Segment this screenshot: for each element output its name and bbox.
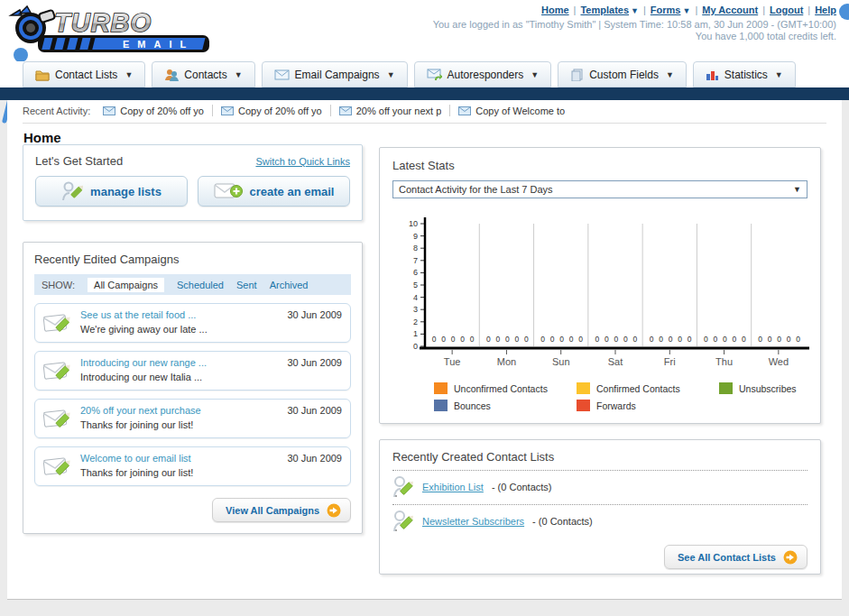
legend-swatch (434, 400, 448, 411)
turbo-email-logo[interactable]: TURBO EMAIL (7, 3, 217, 59)
svg-text:8: 8 (413, 244, 418, 253)
chevron-down-icon: ▼ (793, 185, 801, 194)
svg-text:0: 0 (742, 335, 746, 344)
person-pencil-icon (392, 474, 414, 499)
svg-text:0: 0 (441, 335, 446, 344)
folder-icon (35, 69, 50, 81)
arrow-circle-icon (783, 550, 798, 565)
svg-text:0: 0 (688, 335, 692, 344)
tab-contact-lists[interactable]: Contact Lists▼ (23, 61, 145, 87)
recent-campaigns-panel: Recently Edited Campaigns SHOW: All Camp… (23, 242, 363, 534)
legend-item: Forwards (577, 400, 719, 411)
tab-email-campaigns[interactable]: Email Campaigns▼ (262, 61, 408, 87)
legend-item: Unsubscribes (719, 382, 807, 394)
svg-text:0: 0 (569, 335, 574, 344)
content-area: Recent Activity: Copy of 20% off yo Copy… (7, 100, 842, 600)
svg-text:0: 0 (733, 335, 737, 344)
svg-text:0: 0 (505, 335, 510, 344)
svg-text:0: 0 (678, 335, 682, 344)
view-all-campaigns-button[interactable]: View All Campaigns (212, 498, 351, 522)
campaign-date: 30 Jun 2009 (287, 357, 342, 368)
campaigns-title: Recently Edited Campaigns (34, 253, 351, 266)
nav-home-link[interactable]: Home (541, 5, 569, 15)
show-label: SHOW: (42, 280, 75, 290)
campaign-title-link[interactable]: Welcome to our email list (80, 453, 279, 464)
see-all-contact-lists-button[interactable]: See All Contact Lists (664, 545, 807, 569)
header: TURBO EMAIL Home|Templates▼|Forms▼|My Ac… (0, 0, 849, 61)
tab-autoresponders[interactable]: Autoresponders▼ (414, 61, 552, 87)
svg-text:0: 0 (623, 335, 628, 344)
chevron-down-icon: ▼ (631, 6, 639, 15)
contact-list-link[interactable]: Exhibition List (422, 482, 484, 492)
campaign-title-link[interactable]: Introducing our new range ... (80, 357, 279, 368)
contact-list-link[interactable]: Newsletter Subscribers (422, 516, 524, 527)
pages-icon (570, 69, 584, 81)
recent-activity-label: Recent Activity: (23, 106, 90, 116)
create-email-button[interactable]: create an email (198, 176, 350, 207)
manage-lists-button[interactable]: manage lists (35, 176, 188, 207)
navy-divider-bar (0, 87, 849, 100)
contact-list-row: Exhibition List - (0 Contacts) (392, 471, 807, 502)
svg-text:Tue: Tue (444, 356, 461, 367)
recent-activity-bar: Recent Activity: Copy of 20% off yo Copy… (7, 100, 842, 118)
help-bubble-icon[interactable] (839, 4, 849, 20)
filter-sent[interactable]: Sent (236, 280, 257, 290)
svg-text:0: 0 (432, 335, 437, 344)
filter-scheduled[interactable]: Scheduled (177, 280, 224, 290)
contact-activity-chart: 01234567891000000Tue00000Mon00000Sun0000… (392, 213, 807, 379)
campaign-row: Welcome to our email list Thanks for joi… (34, 446, 351, 486)
svg-text:0: 0 (669, 335, 673, 344)
svg-text:5: 5 (413, 280, 418, 290)
person-pencil-icon (392, 509, 414, 533)
svg-text:0: 0 (460, 335, 465, 344)
svg-text:1: 1 (413, 329, 418, 338)
envelope-icon (339, 106, 352, 115)
svg-text:0: 0 (650, 335, 654, 344)
svg-text:0: 0 (470, 335, 475, 344)
recent-activity-item[interactable]: 20% off your next p (339, 106, 442, 116)
svg-text:0: 0 (777, 335, 781, 344)
recent-activity-item[interactable]: Copy of 20% off yo (103, 106, 204, 116)
stats-period-select[interactable]: Contact Activity for the Last 7 Days ▼ (392, 180, 807, 198)
svg-text:Sun: Sun (552, 356, 570, 367)
tab-statistics[interactable]: Statistics▼ (693, 61, 796, 87)
envelope-icon (103, 106, 115, 115)
filter-all-campaigns[interactable]: All Campaigns (88, 278, 164, 292)
nav-templates-link[interactable]: Templates▼ (580, 5, 639, 15)
contact-list-count: - (0 Contacts) (532, 516, 593, 527)
svg-text:0: 0 (614, 335, 618, 344)
recent-activity-item[interactable]: Copy of 20% off yo (221, 106, 322, 116)
legend-item: Unconfirmed Contacts (434, 382, 577, 394)
svg-text:0: 0 (524, 335, 529, 344)
nav-logout-link[interactable]: Logout (770, 5, 803, 15)
svg-text:Wed: Wed (769, 356, 789, 367)
svg-text:0: 0 (758, 335, 762, 344)
campaign-title-link[interactable]: See us at the retail food ... (80, 309, 279, 320)
nav-forms-link[interactable]: Forms▼ (651, 5, 691, 15)
chevron-down-icon: ▼ (682, 6, 690, 15)
envelope-arrow-icon (427, 69, 442, 81)
svg-text:0: 0 (540, 335, 545, 344)
svg-text:0: 0 (768, 335, 772, 344)
tab-custom-fields[interactable]: Custom Fields▼ (558, 61, 687, 87)
svg-text:0: 0 (514, 335, 519, 344)
switch-to-quick-links[interactable]: Switch to Quick Links (255, 156, 350, 167)
nav-help-link[interactable]: Help (815, 5, 836, 15)
bar-chart-icon (706, 69, 719, 81)
logo-subtitle-text: EMAIL (123, 39, 194, 50)
envelope-plus-icon (214, 181, 243, 201)
nav-my-account-link[interactable]: My Account (702, 5, 758, 15)
tab-contacts[interactable]: Contacts▼ (152, 61, 254, 87)
legend-item: Confirmed Contacts (577, 382, 719, 394)
svg-text:0: 0 (413, 342, 418, 351)
envelope-pencil-icon (43, 453, 72, 478)
legend-swatch (719, 382, 733, 394)
svg-text:0: 0 (595, 335, 599, 344)
recent-activity-item[interactable]: Copy of Welcome to (458, 106, 565, 116)
svg-text:0: 0 (578, 335, 583, 344)
filter-archived[interactable]: Archived (270, 280, 309, 290)
campaign-title-link[interactable]: 20% off your next purchase (80, 405, 279, 416)
logo-title-text: TURBO (54, 8, 152, 37)
svg-text:0: 0 (714, 335, 718, 344)
campaign-date: 30 Jun 2009 (287, 309, 342, 320)
